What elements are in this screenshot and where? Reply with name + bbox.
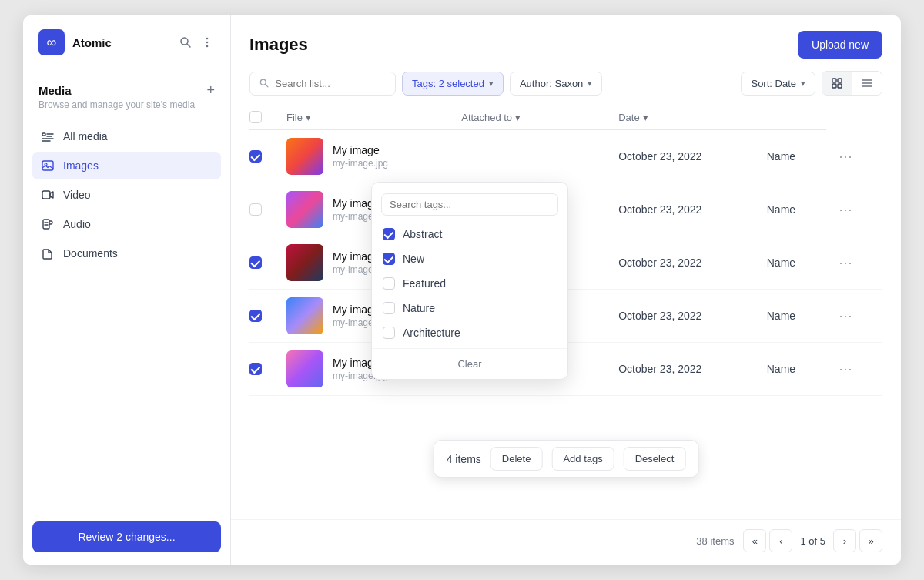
row-checkbox[interactable] [249,363,262,375]
chevron-down-icon: ▾ [801,79,805,89]
row-checkbox[interactable] [249,150,262,163]
first-page-button[interactable]: « [743,529,766,552]
file-thumbnail [286,244,323,281]
section-title: Media [38,84,72,97]
video-icon [40,187,55,203]
audio-icon [40,216,55,232]
table-row: My image my-image.jpg October 23, 2022 N… [249,130,882,183]
chevron-down-icon: ▾ [515,112,521,123]
logo: ∞ [38,29,65,55]
architecture-checkbox[interactable] [383,327,395,339]
main-content: Images Upload new Tags: 2 selected ▾ Aut… [231,15,901,565]
sidebar-item-documents[interactable]: Documents [32,240,221,267]
upload-new-button[interactable]: Upload new [798,31,882,59]
search-box[interactable] [249,72,396,96]
featured-checkbox[interactable] [383,277,395,290]
add-media-button[interactable]: + [206,83,215,97]
tags-filter-button[interactable]: Tags: 2 selected ▾ [402,72,504,96]
row-menu-button[interactable]: ⋯ [835,357,855,381]
file-thumbnail [286,297,323,334]
sidebar-item-all-media[interactable]: All media [32,122,221,150]
search-input[interactable] [275,78,386,89]
row-menu-button[interactable]: ⋯ [835,198,855,221]
page-info: 1 of 5 [795,535,830,547]
svg-rect-11 [838,79,842,82]
row-checkbox[interactable] [249,256,262,269]
prev-page-button[interactable]: ‹ [769,529,792,552]
tags-dropdown: Abstract New Featured Nature Architectur… [371,182,568,380]
svg-point-6 [45,163,47,166]
svg-point-0 [181,38,188,45]
svg-point-1 [206,38,209,40]
documents-icon [40,246,55,261]
sidebar-item-audio[interactable]: Audio [32,210,221,238]
last-page-button[interactable]: » [859,529,882,552]
review-changes-button[interactable]: Review 2 changes... [32,521,221,552]
list-icon [861,77,873,89]
page-title: Images [249,35,308,55]
search-icon [259,78,269,89]
chevron-down-icon: ▾ [643,112,648,123]
dropdown-option-nature[interactable]: Nature [372,296,567,320]
row-menu-button[interactable]: ⋯ [835,145,855,168]
file-cell: My image my-image.jpg [286,138,443,175]
view-toggle [822,71,882,96]
sidebar-header: ∞ Atomic [23,15,230,69]
row-checkbox[interactable] [249,310,262,322]
selection-action-bar: 4 items Delete Add tags Deselect [434,440,699,478]
dropdown-option-abstract[interactable]: Abstract [372,222,567,246]
section-subtitle: Browse and manage your site's media [38,99,215,110]
nature-checkbox[interactable] [383,302,395,314]
svg-rect-8 [43,220,49,229]
more-button[interactable] [199,35,215,50]
file-column-header[interactable]: File ▾ [286,112,443,123]
date-column-header[interactable]: Date ▾ [618,112,748,123]
dropdown-option-new[interactable]: New [372,246,567,271]
svg-point-2 [206,42,209,44]
grid-icon [831,77,843,89]
new-checkbox[interactable] [383,253,395,265]
deselect-button[interactable]: Deselect [624,447,686,471]
row-menu-button[interactable]: ⋯ [835,304,855,327]
dropdown-clear-button[interactable]: Clear [372,352,567,376]
table-area: Abstract New Featured Nature Architectur… [231,105,901,519]
sort-button[interactable]: Sort: Date ▾ [741,72,815,96]
sidebar-item-video[interactable]: Video [32,181,221,209]
author-filter-button[interactable]: Author: Saxon ▾ [510,72,602,96]
images-icon [40,158,55,173]
abstract-checkbox[interactable] [383,228,395,240]
sidebar-section: Media + Browse and manage your site's me… [23,69,230,116]
dropdown-option-architecture[interactable]: Architecture [372,320,567,345]
dropdown-search-area [372,189,567,222]
row-checkbox[interactable] [249,203,262,216]
delete-button[interactable]: Delete [490,447,543,471]
attached-to-column-header[interactable]: Attached to ▾ [461,112,600,123]
chevron-down-icon: ▾ [306,112,311,123]
nav-label: Documents [63,247,118,260]
svg-rect-12 [832,84,836,88]
dropdown-option-featured[interactable]: Featured [372,271,567,296]
sidebar-bottom: Review 2 changes... [23,509,230,565]
toolbar: Tags: 2 selected ▾ Author: Saxon ▾ Sort:… [231,71,901,105]
next-page-button[interactable]: › [833,529,856,552]
list-view-button[interactable] [852,72,882,95]
total-items-count: 38 items [696,535,734,547]
svg-rect-4 [42,133,45,136]
nav-label: Images [63,159,99,172]
svg-point-9 [260,79,266,85]
main-header: Images Upload new [231,15,901,71]
app-name: Atomic [72,36,112,49]
add-tags-button[interactable]: Add tags [551,447,614,471]
grid-view-button[interactable] [822,72,852,95]
nav-label: All media [63,130,108,142]
svg-rect-5 [42,161,53,170]
chevron-down-icon: ▾ [588,79,592,89]
sidebar-item-images[interactable]: Images [32,152,221,179]
row-menu-button[interactable]: ⋯ [835,251,855,274]
search-button[interactable] [178,35,193,50]
select-all-checkbox[interactable] [249,111,262,123]
nav-label: Audio [63,218,91,230]
nav-list: All media Images [23,116,230,275]
svg-point-3 [206,45,209,48]
tags-search-input[interactable] [381,193,558,216]
